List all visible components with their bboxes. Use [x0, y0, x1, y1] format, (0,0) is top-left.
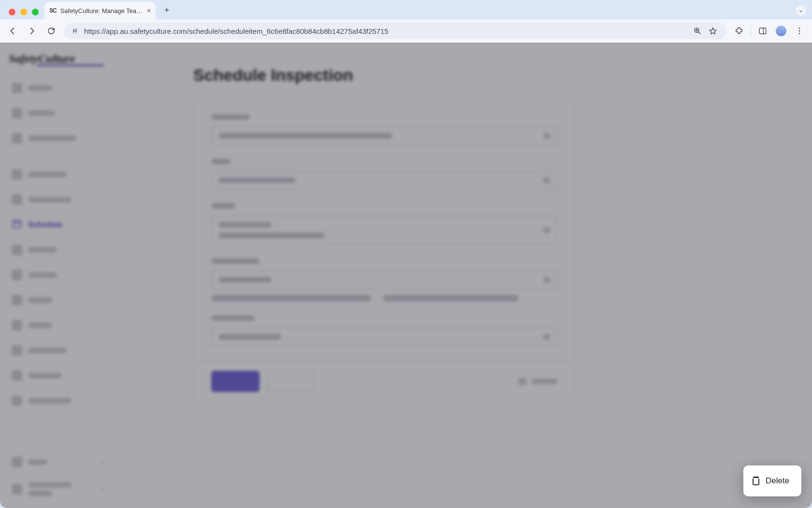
chevron-down-icon — [543, 227, 550, 233]
svg-point-4 — [799, 33, 800, 34]
nav-footer-item[interactable]: › — [9, 480, 107, 498]
browser-chrome: SC SafetyCulture: Manage Teams and… × + … — [0, 0, 812, 43]
delete-menu-label: Delete — [766, 476, 789, 486]
more-icon — [519, 377, 526, 385]
dots-vertical-icon — [795, 27, 804, 35]
form-field — [211, 315, 557, 346]
field-value — [218, 232, 325, 238]
form-field — [211, 258, 557, 302]
reload-button[interactable] — [44, 24, 58, 38]
profile-button[interactable] — [774, 24, 788, 38]
page-viewport: SafetyCulture Schedule — [0, 43, 812, 508]
nav-item[interactable] — [9, 266, 107, 284]
browser-tab-active[interactable]: SC SafetyCulture: Manage Teams and… × — [44, 2, 156, 19]
svg-point-2 — [799, 28, 800, 29]
puzzle-icon — [735, 27, 743, 35]
window-close-button[interactable] — [9, 9, 15, 15]
form-field — [211, 203, 557, 245]
tab-strip: SC SafetyCulture: Manage Teams and… × + … — [0, 0, 812, 19]
side-panel-button[interactable] — [756, 24, 769, 38]
form-field — [211, 114, 557, 145]
field-label — [211, 203, 235, 209]
select-input[interactable] — [211, 127, 557, 145]
svg-rect-1 — [759, 28, 766, 34]
field-label — [211, 114, 250, 120]
field-value — [218, 133, 392, 139]
field-value — [218, 222, 272, 228]
delete-menu-item[interactable]: Delete — [746, 471, 798, 491]
cancel-button[interactable] — [268, 371, 315, 392]
site-info-icon[interactable] — [71, 27, 79, 35]
field-value — [218, 334, 281, 340]
tab-close-icon[interactable]: × — [147, 7, 151, 15]
forward-button[interactable] — [25, 24, 39, 38]
field-label — [211, 159, 231, 164]
context-menu: Delete — [743, 465, 801, 496]
nav-footer: › › — [9, 443, 107, 498]
select-input[interactable] — [211, 171, 557, 189]
tabs-dropdown-button[interactable]: ⌄ — [795, 4, 807, 16]
extensions-button[interactable] — [732, 24, 746, 38]
svg-point-3 — [799, 30, 800, 32]
more-label — [531, 378, 557, 384]
more-actions-trigger[interactable] — [519, 377, 557, 385]
tab-favicon: SC — [49, 7, 57, 14]
avatar-icon — [776, 26, 786, 36]
arrow-left-icon — [8, 27, 17, 35]
window-minimize-button[interactable] — [20, 9, 27, 15]
new-tab-button[interactable]: + — [160, 3, 174, 17]
nav-item-schedule[interactable]: Schedule — [9, 216, 107, 234]
nav-item[interactable] — [9, 241, 107, 259]
field-value — [218, 177, 296, 183]
schedule-form-card — [193, 98, 575, 362]
nav-item-label: Schedule — [28, 220, 62, 229]
select-input[interactable] — [211, 328, 557, 346]
nav-item[interactable] — [9, 104, 107, 122]
svg-rect-5 — [13, 221, 21, 228]
nav-item[interactable] — [9, 366, 107, 385]
field-value — [218, 277, 272, 283]
chevron-right-icon: › — [102, 458, 104, 466]
field-label — [211, 258, 260, 264]
panel-icon — [758, 27, 767, 35]
field-label — [211, 315, 255, 321]
app-root: SafetyCulture Schedule — [0, 43, 812, 508]
save-button[interactable] — [211, 371, 260, 392]
helper-row — [211, 295, 557, 302]
tab-title: SafetyCulture: Manage Teams and… — [60, 7, 143, 15]
nav-item[interactable] — [9, 341, 107, 360]
nav-item[interactable] — [9, 129, 107, 147]
select-input[interactable] — [211, 271, 557, 289]
select-input[interactable] — [211, 216, 557, 245]
reload-icon — [47, 27, 56, 35]
chevron-down-icon — [543, 177, 550, 183]
nav-footer-item[interactable]: › — [9, 453, 107, 471]
nav-secondary: Schedule — [9, 165, 107, 410]
main-content: Schedule Inspection — [116, 43, 812, 508]
nav-item[interactable] — [9, 316, 107, 334]
nav-divider — [9, 156, 107, 157]
chevron-down-icon — [543, 277, 550, 283]
chevron-down-icon — [543, 133, 550, 139]
zoom-indicator-icon[interactable] — [691, 24, 704, 38]
kebab-menu-button[interactable] — [793, 24, 806, 38]
nav-item[interactable] — [9, 79, 107, 97]
browser-toolbar — [0, 19, 812, 43]
url-input[interactable] — [84, 27, 686, 35]
nav-item[interactable] — [9, 392, 107, 410]
arrow-right-icon — [28, 27, 36, 35]
bookmark-button[interactable] — [706, 24, 720, 38]
form-action-bar — [193, 362, 575, 401]
page-title: Schedule Inspection — [193, 66, 783, 85]
back-button[interactable] — [6, 24, 19, 38]
trash-icon — [752, 477, 760, 485]
nav-item[interactable] — [9, 165, 107, 184]
brand-logo[interactable]: SafetyCulture — [9, 52, 107, 65]
nav-item[interactable] — [9, 291, 107, 309]
window-controls — [4, 9, 44, 19]
nav-item[interactable] — [9, 190, 107, 209]
form-field — [211, 159, 557, 189]
address-bar[interactable] — [64, 23, 726, 39]
sidebar: SafetyCulture Schedule — [0, 43, 116, 508]
window-zoom-button[interactable] — [32, 9, 39, 15]
